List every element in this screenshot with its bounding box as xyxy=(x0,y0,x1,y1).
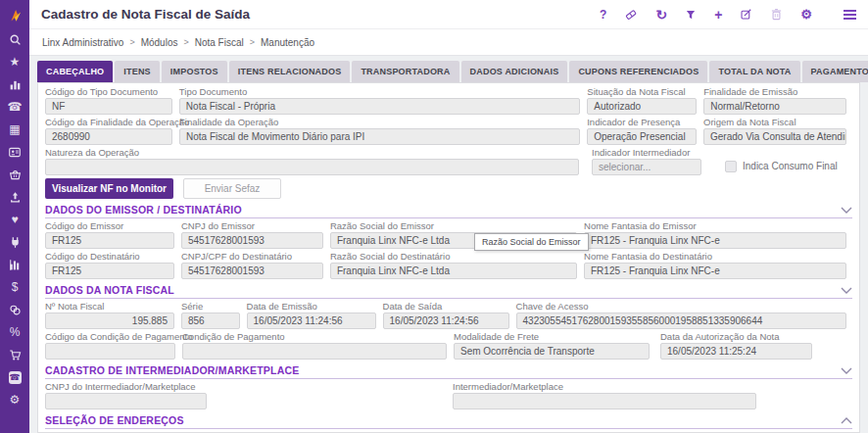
situacao-nota-input[interactable]: Autorizado xyxy=(587,98,697,115)
phone-icon[interactable]: ☎ xyxy=(2,98,27,116)
field-label: CNPJ/CPF do Destinatário xyxy=(181,252,323,262)
visualizar-nf-button[interactable]: Visualizar NF no Monitor xyxy=(45,178,173,199)
tab-dados-adicionais[interactable]: DADOS ADICIONAIS xyxy=(461,61,568,82)
tab-pagamentos[interactable]: PAGAMENTOS xyxy=(802,61,868,82)
field-finalidade-emissao: Finalidade de Emissão Normal/Retorno xyxy=(703,87,846,115)
indicador-intermediador-select[interactable]: selecionar... xyxy=(592,159,701,175)
checkbox-icon[interactable] xyxy=(725,161,737,172)
breadcrumb-separator: > xyxy=(250,37,255,47)
field-finalidade-operacao: Finalidade da Operação Nota Fiscal de Mo… xyxy=(179,118,580,145)
data-saida-input[interactable]: 16/05/2023 11:24:56 xyxy=(383,313,509,329)
intermediador-input[interactable] xyxy=(453,393,756,409)
field-codigo-destinatario: Código do Destinatário FR125 xyxy=(45,252,174,279)
field-label: Natureza da Operação xyxy=(45,148,579,158)
finance-dollar-icon[interactable]: $ xyxy=(2,278,27,296)
tab-transportadora[interactable]: TRANSPORTADORA xyxy=(352,61,458,82)
codigo-destinatario-input[interactable]: FR125 xyxy=(45,263,174,279)
delete-button[interactable] xyxy=(770,8,783,21)
contacts-card-icon[interactable] xyxy=(2,143,27,161)
indicador-presenca-input[interactable]: Operação Presencial xyxy=(587,128,697,145)
page-title: Cadastro de Nota Fiscal de Saída xyxy=(41,7,250,22)
field-label: Finalidade de Emissão xyxy=(703,87,846,97)
modules-grid-icon[interactable]: ▦ xyxy=(2,120,27,138)
favorites-star-icon[interactable]: ★ xyxy=(2,53,27,71)
chevron-up-icon[interactable] xyxy=(841,417,852,424)
finalidade-emissao-input[interactable]: Normal/Retorno xyxy=(703,98,846,115)
search-icon[interactable] xyxy=(2,30,27,48)
nome-fantasia-emissor-input[interactable]: FR125 - Franquia Linx NFC-e xyxy=(584,232,846,249)
field-label: Razão Social do Destinatário xyxy=(330,252,577,262)
field-label: Código do Destinatário xyxy=(45,252,174,262)
edit-button[interactable] xyxy=(740,8,752,21)
chevron-down-icon[interactable] xyxy=(841,367,852,374)
section-title: CADASTRO DE INTERMEDIADOR/MARKETPLACE xyxy=(45,364,299,376)
care-heart-icon[interactable]: ♥ xyxy=(2,211,27,228)
enviar-sefaz-button[interactable]: Enviar Sefaz xyxy=(183,178,281,199)
modalidade-frete-input[interactable]: Sem Ocorrência de Transporte xyxy=(454,343,650,360)
field-label: Código da Finalidade da Operação xyxy=(45,118,172,127)
support-phone-glyph: ☎ xyxy=(9,371,22,384)
field-nome-fantasia-emissor: Nome Fantasia do Emissor FR125 - Franqui… xyxy=(584,221,846,249)
reports-chart-icon[interactable] xyxy=(2,75,27,93)
breadcrumb-item[interactable]: Nota Fiscal xyxy=(195,37,244,48)
chevron-down-icon[interactable] xyxy=(841,287,852,294)
chevron-down-icon[interactable] xyxy=(841,207,852,214)
field-label: Código do Tipo Documento xyxy=(45,87,172,97)
natureza-operacao-input[interactable] xyxy=(45,159,579,175)
cart-icon[interactable] xyxy=(2,346,27,363)
tab-cabecalho[interactable]: CABEÇALHO xyxy=(37,61,113,82)
chave-acesso-input[interactable]: 4323055451762800159355856000195885133590… xyxy=(516,313,846,329)
analytics-chart-icon[interactable] xyxy=(2,256,27,273)
tab-cupons-referenciados[interactable]: CUPONS REFERENCIADOS xyxy=(569,61,707,82)
razao-social-destinatario-input[interactable]: Franquia Linx NFC-e Ltda xyxy=(330,263,577,279)
refresh-button[interactable]: ↻ xyxy=(655,8,667,22)
codigo-emissor-input[interactable]: FR125 xyxy=(45,232,174,249)
breadcrumb-item[interactable]: Manutenção xyxy=(261,37,314,48)
services-gears-icon[interactable]: ⚙ xyxy=(2,391,27,409)
clear-button[interactable] xyxy=(624,8,638,22)
origem-nota-input[interactable]: Gerado Via Consulta de Atendimento xyxy=(703,128,846,145)
cnpj-intermediador-input[interactable] xyxy=(45,393,207,409)
field-label: Indicador Intermediador xyxy=(592,148,701,158)
field-data-saida: Data de Saída 16/05/2023 11:24:56 xyxy=(383,302,509,329)
help-button[interactable]: ? xyxy=(600,9,606,21)
add-button[interactable]: + xyxy=(714,8,722,22)
nome-fantasia-destinatario-input[interactable]: FR125 - Franquia Linx NFC-e xyxy=(584,263,846,279)
codigo-condicao-pagamento-input[interactable] xyxy=(45,343,175,360)
breadcrumb-item[interactable]: Módulos xyxy=(141,37,178,48)
filter-button[interactable] xyxy=(685,9,697,21)
tab-total-da-nota[interactable]: TOTAL DA NOTA xyxy=(709,61,799,82)
section-emissor-header: DADOS DO EMISSOR / DESTINATÁRIO xyxy=(45,204,852,218)
basket-icon[interactable] xyxy=(2,166,27,183)
settings-button[interactable]: ⚙ xyxy=(800,8,812,21)
hamburger-menu-button[interactable] xyxy=(844,10,856,20)
tab-itens[interactable]: ITENS xyxy=(115,61,160,82)
coins-icon[interactable] xyxy=(2,301,27,318)
discount-percent-icon[interactable]: % xyxy=(2,323,27,341)
cnpj-emissor-input[interactable]: 54517628001593 xyxy=(181,232,323,249)
tab-itens-relacionados[interactable]: ITENS RELACIONADOS xyxy=(229,61,351,82)
codigo-tipo-documento-input[interactable]: NF xyxy=(45,98,172,115)
codigo-finalidade-operacao-input[interactable]: 2680990 xyxy=(45,128,172,145)
numero-nota-input[interactable]: 195.885 xyxy=(45,313,174,329)
content-area: CABEÇALHO ITENS IMPOSTOS ITENS RELACIONA… xyxy=(29,56,868,433)
tab-bar: CABEÇALHO ITENS IMPOSTOS ITENS RELACIONA… xyxy=(37,61,860,82)
condicao-pagamento-input[interactable] xyxy=(182,343,447,360)
indica-consumo-final-checkbox[interactable]: Indica Consumo Final xyxy=(725,158,838,174)
breadcrumb-item[interactable]: Linx Administrativo xyxy=(42,37,123,48)
data-emissao-input[interactable]: 16/05/2023 11:24:56 xyxy=(247,313,376,329)
section-enderecos-header: SELEÇÃO DE ENDEREÇOS xyxy=(45,414,852,429)
sidebar-nav: ★ ☎ ▦ ♥ $ xyxy=(2,30,27,413)
plug-icon[interactable] xyxy=(2,233,27,251)
finalidade-operacao-input[interactable]: Nota Fiscal de Movimento Diário para IPI xyxy=(179,128,580,145)
field-cnpj-emissor: CNPJ do Emissor 54517628001593 xyxy=(181,221,323,249)
field-label: Origem da Nota Fiscal xyxy=(703,118,846,127)
tab-impostos[interactable]: IMPOSTOS xyxy=(162,61,227,82)
tipo-documento-input[interactable]: Nota Fiscal - Própria xyxy=(179,98,580,115)
serie-input[interactable]: 856 xyxy=(181,313,240,329)
trash-icon xyxy=(770,8,783,21)
cnpj-destinatario-input[interactable]: 54517628001593 xyxy=(181,263,323,279)
upload-icon[interactable] xyxy=(2,188,27,206)
support-phone-icon[interactable]: ☎ xyxy=(2,368,27,386)
data-autorizacao-input[interactable]: 16/05/2023 11:25:24 xyxy=(660,343,812,360)
